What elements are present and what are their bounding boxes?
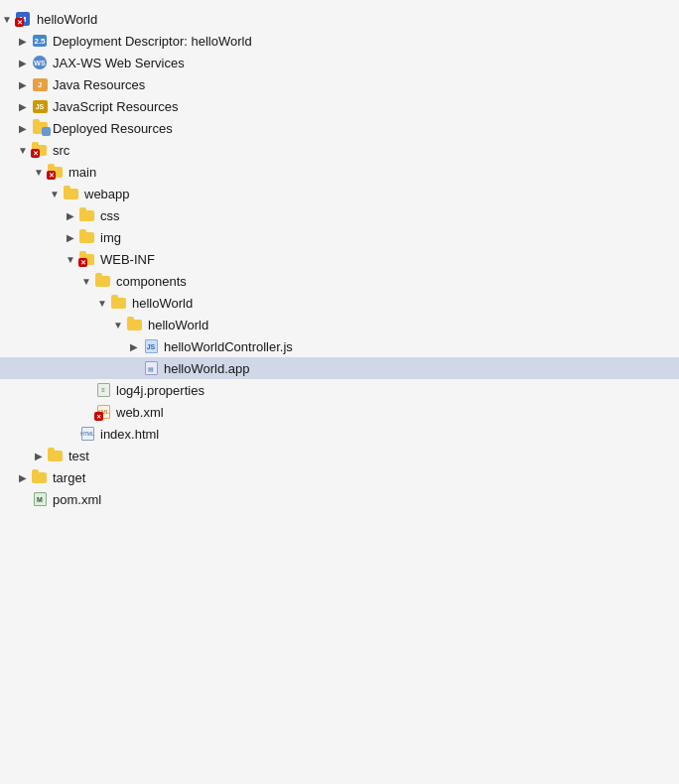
file-icon-folder bbox=[78, 207, 96, 223]
expand-arrow[interactable] bbox=[0, 12, 14, 26]
file-tree: M✕helloWorld2.5Deployment Descriptor: he… bbox=[0, 0, 679, 518]
collapse-arrow[interactable] bbox=[32, 449, 46, 462]
tree-item-src[interactable]: ✕src bbox=[0, 139, 679, 161]
tree-item-components[interactable]: components bbox=[0, 270, 679, 292]
collapse-arrow[interactable] bbox=[127, 339, 141, 353]
tree-item-label: web.xml bbox=[116, 405, 164, 420]
tree-item-javascript-resources[interactable]: JSJavaScript Resources bbox=[0, 95, 679, 117]
file-icon-jaxws: WS bbox=[31, 55, 49, 70]
tree-item-label: log4j.properties bbox=[116, 383, 204, 398]
file-icon-folder-badge: ✕ bbox=[47, 164, 65, 180]
collapse-arrow[interactable] bbox=[64, 230, 77, 244]
file-icon-folder bbox=[110, 295, 128, 311]
collapse-arrow[interactable] bbox=[16, 56, 30, 69]
file-icon-folder bbox=[78, 229, 96, 245]
file-icon-js-res: JS bbox=[31, 98, 49, 114]
expand-arrow[interactable] bbox=[79, 274, 93, 288]
tree-item-main[interactable]: ✕main bbox=[0, 161, 679, 183]
file-icon-folder bbox=[47, 448, 65, 463]
expand-arrow[interactable] bbox=[16, 143, 30, 157]
file-icon-project-badge: M✕ bbox=[15, 11, 33, 27]
tree-item-pom-xml[interactable]: Mpom.xml bbox=[0, 488, 679, 510]
file-icon-file-html: HTML bbox=[78, 426, 96, 442]
tree-item-deployed-resources[interactable]: Deployed Resources bbox=[0, 117, 679, 139]
tree-item-label: target bbox=[53, 470, 85, 485]
tree-item-label: pom.xml bbox=[53, 492, 101, 507]
tree-item-java-resources[interactable]: JJava Resources bbox=[0, 73, 679, 95]
file-icon-descriptor: 2.5 bbox=[31, 33, 49, 49]
file-icon-java-res: J bbox=[31, 76, 49, 92]
tree-item-webapp[interactable]: webapp bbox=[0, 183, 679, 204]
tree-item-label: Java Resources bbox=[53, 77, 145, 92]
tree-item-index-html[interactable]: HTMLindex.html bbox=[0, 423, 679, 445]
tree-item-label: components bbox=[116, 274, 187, 289]
tree-item-label: helloWorldController.js bbox=[164, 339, 293, 354]
tree-item-label: src bbox=[53, 143, 69, 158]
tree-item-label: Deployed Resources bbox=[53, 121, 173, 136]
collapse-arrow[interactable] bbox=[16, 99, 30, 113]
collapse-arrow[interactable] bbox=[64, 208, 77, 222]
tree-item-label: index.html bbox=[100, 427, 159, 442]
tree-item-helloWorld-app[interactable]: ▤helloWorld.app bbox=[0, 357, 679, 379]
collapse-arrow[interactable] bbox=[16, 77, 30, 91]
tree-item-label: css bbox=[100, 208, 120, 223]
tree-item-helloWorld[interactable]: M✕helloWorld bbox=[0, 8, 679, 30]
tree-item-label: img bbox=[100, 230, 121, 245]
file-icon-folder-badge: ✕ bbox=[78, 251, 96, 267]
expand-arrow[interactable] bbox=[32, 165, 46, 179]
expand-arrow[interactable] bbox=[95, 296, 109, 310]
tree-item-label: JAX-WS Web Services bbox=[53, 56, 185, 70]
tree-item-log4j[interactable]: ≡log4j.properties bbox=[0, 379, 679, 401]
file-icon-folder bbox=[126, 317, 144, 332]
file-icon-folder bbox=[63, 186, 80, 201]
tree-item-label: helloWorld bbox=[148, 318, 208, 332]
tree-item-jaxws[interactable]: WSJAX-WS Web Services bbox=[0, 52, 679, 73]
tree-item-helloWorld-inner[interactable]: helloWorld bbox=[0, 314, 679, 335]
file-icon-file-pom: M bbox=[31, 491, 49, 507]
file-icon-folder-badge: ✕ bbox=[31, 142, 49, 158]
tree-item-helloWorld-outer[interactable]: helloWorld bbox=[0, 292, 679, 314]
file-icon-folder bbox=[94, 273, 112, 289]
collapse-arrow[interactable] bbox=[16, 121, 30, 135]
tree-item-deployment-descriptor[interactable]: 2.5Deployment Descriptor: helloWorld bbox=[0, 30, 679, 52]
tree-item-label: helloWorld bbox=[132, 296, 193, 311]
file-icon-file-app: ▤ bbox=[142, 360, 160, 376]
tree-item-label: main bbox=[68, 165, 96, 180]
tree-item-css[interactable]: css bbox=[0, 204, 679, 226]
tree-item-label: Deployment Descriptor: helloWorld bbox=[53, 34, 252, 49]
tree-item-img[interactable]: img bbox=[0, 226, 679, 248]
tree-item-web-xml[interactable]: XML✕web.xml bbox=[0, 401, 679, 423]
tree-item-WEB-INF[interactable]: ✕WEB-INF bbox=[0, 248, 679, 270]
file-icon-folder bbox=[31, 469, 49, 485]
tree-item-label: helloWorld.app bbox=[164, 361, 249, 376]
tree-item-label: helloWorld bbox=[37, 12, 97, 27]
tree-item-helloWorldController[interactable]: JShelloWorldController.js bbox=[0, 335, 679, 357]
file-icon-file-xml-badge: XML✕ bbox=[94, 404, 112, 420]
tree-item-target[interactable]: target bbox=[0, 466, 679, 488]
tree-item-test[interactable]: test bbox=[0, 445, 679, 466]
tree-item-label: JavaScript Resources bbox=[53, 99, 178, 114]
expand-arrow[interactable] bbox=[48, 187, 62, 200]
expand-arrow[interactable] bbox=[111, 318, 125, 331]
tree-item-label: WEB-INF bbox=[100, 252, 155, 267]
tree-item-label: test bbox=[68, 449, 89, 463]
file-icon-deployed bbox=[31, 120, 49, 136]
collapse-arrow[interactable] bbox=[16, 470, 30, 484]
collapse-arrow[interactable] bbox=[16, 34, 30, 48]
file-icon-file-js: JS bbox=[142, 338, 160, 354]
tree-item-label: webapp bbox=[84, 187, 130, 201]
file-icon-file-properties: ≡ bbox=[94, 382, 112, 398]
expand-arrow[interactable] bbox=[64, 252, 77, 266]
